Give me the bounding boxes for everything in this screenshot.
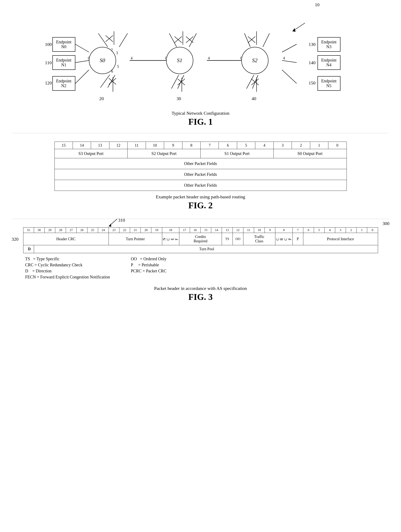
legend-fecn: FECN = Forward Explicit Congestion Notif… (25, 275, 110, 279)
fig2-title: FIG. 2 (54, 200, 347, 210)
node-s2: S2 (241, 47, 268, 74)
svg-line-7 (282, 44, 297, 52)
fig2-bit-numbers-row: 15 14 13 12 11 10 9 8 7 6 5 4 3 2 1 0 (54, 142, 347, 149)
field-s2-output-port: S2 Output Port (128, 149, 200, 158)
field-credits-required: CreditsRequired (179, 233, 222, 245)
ref-40: 40 (252, 96, 256, 101)
bit-13: 13 (91, 142, 109, 149)
bit-0: 0 (367, 228, 378, 233)
field-d: D (23, 245, 34, 253)
bit-13: 13 (222, 228, 233, 233)
endpoint-n5: EndpointN5 (317, 76, 340, 91)
legend-ts-abbr: TS (25, 257, 30, 261)
fig1-ref-label: 10 (315, 2, 320, 7)
fig2-other-row-2: Other Packet Fields (54, 169, 347, 180)
ref-140: 140 (309, 60, 316, 65)
svg-line-48 (98, 33, 108, 47)
field-header-crc: Header CRC (23, 233, 109, 245)
endpoint-n1: EndpointN1 (52, 55, 75, 70)
bit-12: 12 (109, 142, 127, 149)
svg-line-4 (75, 70, 89, 83)
svg-line-8 (282, 60, 297, 63)
bit-1: 1 (310, 142, 328, 149)
bit-4: 4 (324, 228, 335, 233)
legend-ts: TS = Type Specific (25, 257, 110, 261)
legend-oo-abbr: OO (131, 257, 137, 261)
svg-text:310: 310 (118, 218, 125, 223)
fig3-legend: TS = Type Specific CRC = Cyclic Redundan… (23, 257, 378, 279)
svg-line-53 (100, 75, 110, 88)
field-p: P (292, 233, 303, 245)
svg-line-9 (282, 70, 297, 83)
field-traffic-class: TrafficClass (243, 233, 275, 245)
bit-29: 29 (45, 228, 55, 233)
endpoint-n2: EndpointN2 (52, 76, 75, 91)
legend-oo: OO = Ordered Only (131, 257, 167, 261)
fig2-other-row-1: Other Packet Fields (54, 158, 347, 169)
svg-text:3: 3 (116, 51, 118, 55)
bit-1: 1 (356, 228, 367, 233)
fig2-fields-row: S3 Output Port S2 Output Port S1 Output … (54, 149, 347, 158)
bit-11: 11 (128, 142, 146, 149)
bit-5: 5 (314, 228, 324, 233)
field-s1-output-port: S1 Output Port (200, 149, 274, 158)
bit-9: 9 (164, 142, 182, 149)
bit-3: 3 (273, 142, 292, 149)
bit-6: 6 (303, 228, 314, 233)
ref-110: 110 (45, 60, 52, 65)
field-oo: OO (233, 233, 243, 245)
svg-text:4: 4 (131, 56, 133, 60)
svg-line-50 (119, 33, 128, 47)
fig3-pool-row: D Turn Pool (23, 245, 378, 253)
bit-0: 0 (328, 142, 347, 149)
fig1-diagram: 1 2 3 4 5 6 7 0 1 2 3 4 5 6 7 0 1 2 3 4 … (44, 21, 357, 108)
bit-7: 7 (292, 228, 303, 233)
legend-d: D = Direction (25, 269, 110, 273)
legend-p-abbr: P (131, 263, 133, 267)
bit-11: 11 (243, 228, 254, 233)
svg-line-59 (171, 75, 179, 89)
bit-15: 15 (200, 228, 211, 233)
fig2-caption: Example packet header using path-based r… (54, 194, 347, 200)
field-fecn: FECN (162, 233, 179, 245)
fig3-fields-row: Header CRC Turn Pointer FECN CreditsRequ… (23, 233, 378, 245)
endpoint-n4: EndpointN4 (317, 55, 340, 70)
bit-18: 18 (162, 228, 179, 233)
field-pcrc: PCRC (275, 233, 292, 245)
bit-5: 5 (237, 142, 255, 149)
fig3-bit-numbers-row: 31 30 29 28 27 26 25 24 23 22 21 20 19 1… (23, 228, 378, 233)
bit-2: 2 (292, 142, 310, 149)
bit-6: 6 (219, 142, 237, 149)
bit-4: 4 (255, 142, 273, 149)
bit-19: 19 (151, 228, 162, 233)
legend-crc: CRC = Cyclic Redundancy Check (25, 263, 110, 267)
svg-text:4: 4 (283, 56, 285, 60)
bit-8: 8 (275, 228, 292, 233)
node-s1: S1 (166, 47, 193, 74)
legend-fecn-abbr: FECN (25, 275, 36, 279)
field-turn-pool: Turn Pool (34, 245, 378, 253)
svg-line-60 (245, 33, 250, 47)
fig3-ref-arrow: 310 (96, 218, 138, 228)
svg-line-54 (169, 33, 177, 47)
bit-31: 31 (23, 228, 34, 233)
legend-left: TS = Type Specific CRC = Cyclic Redundan… (25, 257, 110, 279)
field-s3-output-port: S3 Output Port (54, 149, 128, 158)
svg-line-62 (263, 33, 270, 47)
bit-17: 17 (179, 228, 190, 233)
endpoint-n0: EndpointN0 (52, 37, 75, 52)
bit-28: 28 (55, 228, 66, 233)
legend-crc-abbr: CRC (25, 263, 34, 267)
bit-10: 10 (254, 228, 265, 233)
bit-30: 30 (34, 228, 45, 233)
legend-p: P = Perishable (131, 263, 167, 267)
bit-7: 7 (200, 142, 219, 149)
fig1-title: FIG. 1 (188, 117, 213, 127)
svg-marker-1 (292, 28, 296, 32)
ref-130: 130 (309, 42, 316, 47)
svg-marker-67 (109, 224, 111, 227)
bit-9: 9 (265, 228, 275, 233)
ref-20: 20 (99, 96, 104, 101)
endpoint-n3: EndpointN3 (317, 37, 340, 52)
ref-30: 30 (177, 96, 181, 101)
